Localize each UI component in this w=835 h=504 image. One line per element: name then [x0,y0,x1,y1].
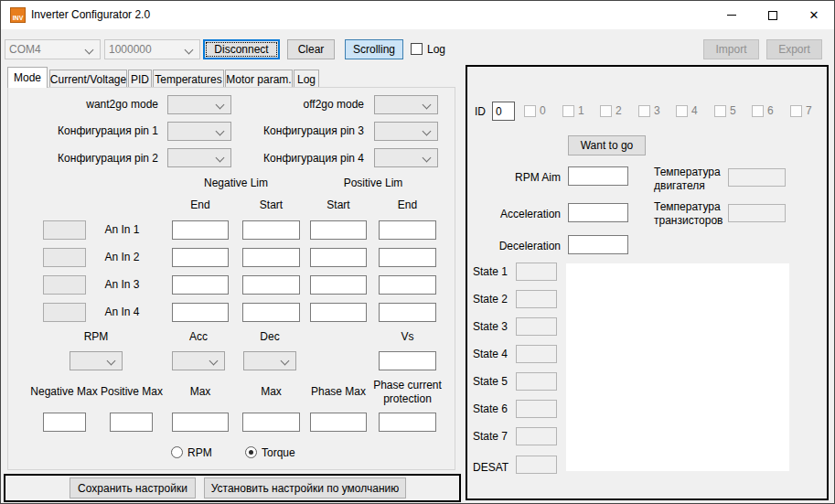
an-in-2-label: An In 2 [92,251,152,264]
import-button[interactable]: Import [703,39,759,59]
config-pin2-select[interactable] [167,148,231,167]
want-to-go-button[interactable]: Want to go [568,135,646,155]
an-in-1-label: An In 1 [92,223,152,237]
torque-radio-label: Torque [262,446,295,460]
state-5-display [516,372,557,391]
node-3-checkbox[interactable] [638,105,650,117]
maximize-button[interactable] [752,1,793,29]
baud-rate-select[interactable]: 1000000 [104,39,200,59]
rpm-aim-label: RPM Aim [467,171,561,185]
phase-max-header: Phase Max [303,385,374,399]
torque-radio[interactable] [245,446,257,458]
tab-mode[interactable]: Mode [7,67,48,88]
state-5-label: State 5 [473,375,508,389]
rpm-radio-label: RPM [187,446,212,460]
chevron-down-icon [216,101,225,110]
acceleration-input[interactable] [568,203,628,222]
dec-source-select[interactable] [243,351,296,370]
acc-max-input[interactable] [172,413,229,432]
export-button[interactable]: Export [766,39,822,59]
state-3-label: State 3 [473,320,508,334]
an-in-4-neg-end-input[interactable] [172,303,229,322]
dec-max-header: Max [242,385,300,399]
scrolling-toggle-button[interactable]: Scrolling [345,39,403,59]
want2go-mode-select[interactable] [167,95,231,114]
config-pin4-select[interactable] [374,148,438,167]
positive-max-input[interactable] [110,413,153,432]
com-port-value: COM4 [9,43,41,56]
node-4-checkbox[interactable] [676,105,688,117]
an-in-1-neg-start-input[interactable] [242,220,300,240]
node-0-label: 0 [540,104,546,118]
an-in-4-pos-end-input[interactable] [379,303,436,322]
save-settings-button[interactable]: Сохранить настройки [70,477,196,499]
phase-max-input[interactable] [310,413,367,432]
chevron-down-icon [209,357,219,366]
node-5-label: 5 [730,104,736,118]
tab-pid[interactable]: PID [128,70,152,88]
an-in-3-pos-start-input[interactable] [310,275,367,295]
negative-max-header: Negative Max [28,385,100,399]
an-in-3-neg-end-input[interactable] [172,275,229,295]
an-in-3-neg-start-input[interactable] [242,275,300,295]
minimize-button[interactable] [711,1,752,29]
log-checkbox[interactable] [411,43,423,55]
dec-max-input[interactable] [242,413,300,432]
an-in-2-neg-start-input[interactable] [242,248,300,267]
deceleration-label: Deceleration [467,240,561,253]
acc-source-select[interactable] [172,351,225,370]
phase-current-protection-input[interactable] [379,413,436,432]
close-button[interactable]: ✕ [793,1,835,29]
clear-button[interactable]: Clear [287,39,335,59]
node-2-checkbox[interactable] [600,105,612,117]
an-in-3-pos-end-input[interactable] [379,275,436,295]
an-in-2-neg-end-input[interactable] [172,248,229,267]
rpm-source-header: RPM [70,330,123,344]
disconnect-button[interactable]: Disconnect [203,39,280,59]
node-0-checkbox[interactable] [524,105,536,117]
acc-source-header: Acc [172,330,225,344]
tab-log[interactable]: Log [294,70,319,88]
temp-transistors-display [728,204,786,222]
an-in-4-pos-start-input[interactable] [310,303,367,322]
set-default-settings-button[interactable]: Установить настройки по умолчанию [204,477,406,499]
message-listbox[interactable] [566,263,789,471]
node-7-checkbox[interactable] [790,105,802,117]
tab-motor-param[interactable]: Motor param. [225,70,293,88]
node-6-checkbox[interactable] [752,105,764,117]
rpm-aim-input[interactable] [568,166,628,186]
positive-lim-header: Positive Lim [309,177,437,190]
an-in-2-pos-start-input[interactable] [310,248,367,267]
rpm-source-select[interactable] [70,351,123,370]
node-6-label: 6 [767,104,774,118]
an-in-1-pos-end-input[interactable] [379,220,436,240]
an-in-3-label: An In 3 [92,278,152,292]
an-in-1-pos-start-input[interactable] [310,220,367,240]
node-1-checkbox[interactable] [562,105,574,117]
node-2-label: 2 [616,104,622,118]
node-7-label: 7 [806,104,812,118]
id-input[interactable] [492,102,515,121]
tab-current-voltage[interactable]: Current/Voltage [49,70,127,88]
state-2-display [516,290,557,308]
off2go-mode-select[interactable] [374,95,438,114]
tab-temperatures[interactable]: Temperatures [153,70,224,88]
acc-max-header: Max [172,385,229,399]
temp-motor-display [728,168,786,187]
an-in-4-neg-start-input[interactable] [242,303,300,322]
pos-start-header: Start [310,198,367,212]
config-pin4-label: Конфигурация pin 4 [243,152,364,166]
vs-input[interactable] [379,351,436,370]
negative-max-input[interactable] [43,413,86,432]
an-in-2-pos-end-input[interactable] [379,248,436,267]
config-pin3-select[interactable] [374,122,438,141]
rpm-radio[interactable] [171,446,183,458]
node-5-checkbox[interactable] [714,105,726,117]
deceleration-input[interactable] [568,235,628,254]
config-pin1-select[interactable] [167,122,231,141]
an-in-1-neg-end-input[interactable] [172,220,229,240]
an-in-1-value-display [43,220,86,240]
node-1-label: 1 [578,104,584,118]
state-1-display [516,263,557,281]
com-port-select[interactable]: COM4 [5,39,101,59]
